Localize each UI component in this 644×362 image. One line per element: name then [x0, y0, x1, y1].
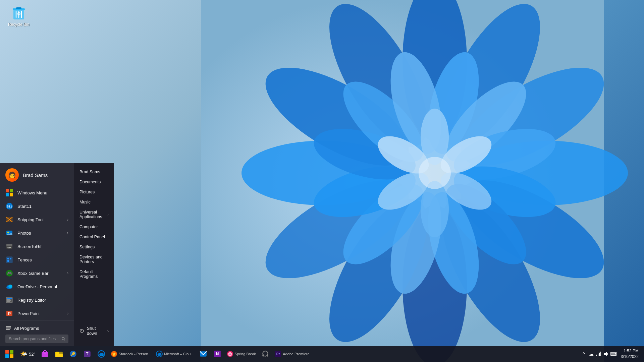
svg-point-72: [62, 338, 64, 340]
snipping-tool-icon: [5, 216, 13, 224]
tray-volume[interactable]: [603, 351, 609, 357]
right-item-computer[interactable]: Computer: [74, 222, 114, 232]
right-item-pictures-label: Pictures: [79, 190, 95, 194]
taskbar-right: ^ ☁ ⌨ 1:52 PM 3/10/2022: [581, 348, 641, 360]
svg-text:🎮: 🎮: [7, 270, 12, 276]
tray-network[interactable]: [595, 351, 602, 357]
svg-point-31: [419, 157, 451, 189]
right-item-settings-label: Settings: [79, 245, 95, 249]
right-item-control-panel-label: Control Panel: [79, 235, 105, 239]
sidebar-item-windows-menu[interactable]: Windows Menu: [0, 186, 74, 199]
tray-cloud[interactable]: ☁: [588, 351, 595, 357]
taskbar-app-onenote[interactable]: N: [211, 347, 224, 361]
right-item-devices-printers[interactable]: Devices and Printers: [74, 252, 114, 267]
taskbar-app-store[interactable]: [38, 347, 52, 361]
taskbar-app-premiere[interactable]: Pr Adobe Premiere ...: [273, 347, 316, 361]
svg-rect-65: [7, 300, 11, 301]
svg-rect-56: [7, 260, 9, 262]
svg-rect-55: [10, 258, 11, 259]
universal-apps-arrow: ›: [107, 213, 109, 217]
sidebar-item-xbox-game-bar[interactable]: 🎮 Xbox Game Bar ›: [0, 266, 74, 280]
svg-text:Pr: Pr: [276, 352, 280, 356]
taskbar-app-edge2[interactable]: Microsoft – Clou...: [154, 347, 196, 361]
taskbar-app-spring-break[interactable]: 🌸 Spring Break: [225, 347, 258, 361]
sidebar-item-powerpoint[interactable]: P PowerPoint ›: [0, 307, 74, 320]
weather-widget[interactable]: 🌤️ 52°: [18, 347, 38, 361]
edge-icon: [97, 350, 105, 358]
svg-rect-39: [6, 189, 9, 192]
search-icon: [62, 337, 65, 341]
recycle-bin-label: Recycle Bin: [8, 22, 29, 27]
powerpoint-icon: P: [5, 309, 13, 317]
taskbar: 🌤️ 52° 🔑 T ⭐ Stardock - Per: [0, 346, 644, 362]
taskbar-app-headphones[interactable]: [259, 347, 272, 361]
right-item-computer-label: Computer: [79, 225, 98, 229]
right-item-universal-apps[interactable]: Universal Applications ›: [74, 207, 114, 222]
right-item-universal-apps-label: Universal Applications: [79, 210, 105, 219]
sidebar-item-photos[interactable]: Photos ›: [0, 226, 74, 240]
svg-rect-104: [598, 354, 598, 356]
screentogif-label: ScreenToGif: [17, 244, 68, 249]
sidebar-item-snipping-tool[interactable]: Snipping Tool ›: [0, 213, 74, 226]
search-input[interactable]: [9, 337, 59, 341]
svg-rect-80: [42, 352, 48, 357]
sidebar-item-fences[interactable]: Fences: [0, 253, 74, 266]
right-item-music-label: Music: [79, 200, 91, 204]
sidebar-item-screentogif[interactable]: GIF ScreenToGif: [0, 240, 74, 253]
shutdown-button[interactable]: Shut down ›: [79, 324, 109, 338]
start-button[interactable]: [3, 347, 16, 361]
right-item-documents[interactable]: Documents: [74, 177, 114, 187]
taskbar-app-stardock[interactable]: ⭐ Stardock - Person...: [109, 347, 153, 361]
svg-rect-103: [596, 355, 597, 356]
svg-marker-107: [604, 352, 607, 356]
svg-rect-53: [6, 257, 12, 263]
screentogif-icon: GIF: [5, 242, 13, 250]
search-bar[interactable]: [5, 335, 68, 343]
taskbar-app-teams[interactable]: T: [80, 347, 94, 361]
svg-rect-64: [7, 299, 10, 300]
tray-chevron[interactable]: ^: [581, 351, 587, 357]
svg-rect-99: [262, 354, 264, 357]
mail-icon: [199, 350, 207, 358]
keepass-icon: 🔑: [69, 350, 77, 358]
start-menu-user-header[interactable]: 🧑 Brad Sams: [0, 163, 74, 186]
shutdown-area: Shut down ›: [74, 321, 114, 342]
tray-keyboard[interactable]: ⌨: [610, 351, 617, 357]
explorer-icon: [55, 350, 63, 358]
clock-date: 3/10/2022: [621, 354, 639, 360]
right-item-music[interactable]: Music: [74, 197, 114, 207]
volume-icon: [603, 351, 609, 357]
right-item-pictures[interactable]: Pictures: [74, 187, 114, 197]
right-item-control-panel[interactable]: Control Panel: [74, 232, 114, 242]
windows-menu-label: Windows Menu: [17, 190, 68, 195]
taskbar-app-mail[interactable]: [197, 347, 210, 361]
taskbar-app-edge[interactable]: [95, 347, 108, 361]
stardock-icon: ⭐: [111, 351, 117, 357]
registry-editor-icon: [5, 296, 13, 304]
svg-rect-71: [6, 329, 10, 330]
sidebar-item-start11[interactable]: S11 Start11: [0, 199, 74, 213]
teams-icon: T: [83, 350, 91, 358]
premiere-icon: Pr: [275, 351, 281, 357]
taskbar-app-explorer[interactable]: [52, 347, 66, 361]
svg-text:P: P: [8, 311, 11, 316]
svg-text:S11: S11: [7, 205, 12, 208]
start-menu-bottom: All Programs: [0, 320, 74, 346]
right-item-settings[interactable]: Settings: [74, 242, 114, 252]
all-programs-button[interactable]: All Programs: [5, 323, 68, 333]
start-menu-items-list: Windows Menu S11 Start11 Snipping Tool ›: [0, 186, 74, 320]
start-menu-right-panel: Brad Sams Documents Pictures Music Unive…: [74, 163, 114, 346]
right-item-default-programs[interactable]: Default Programs: [74, 267, 114, 282]
xbox-arrow: ›: [67, 271, 68, 276]
recycle-bin[interactable]: ♻ Recycle Bin: [7, 3, 31, 28]
sidebar-item-onedrive[interactable]: OneDrive - Personal: [0, 280, 74, 293]
registry-editor-label: Registry Editor: [17, 298, 68, 303]
fences-icon: [5, 256, 13, 264]
taskbar-clock[interactable]: 1:52 PM 3/10/2022: [618, 348, 641, 360]
taskbar-app-keepass[interactable]: 🔑: [66, 347, 80, 361]
sidebar-item-registry-editor[interactable]: Registry Editor: [0, 293, 74, 307]
start-button-icon: [5, 350, 13, 358]
svg-rect-84: [55, 352, 63, 357]
network-icon: [596, 351, 601, 357]
right-item-brad-sams[interactable]: Brad Sams: [74, 167, 114, 177]
